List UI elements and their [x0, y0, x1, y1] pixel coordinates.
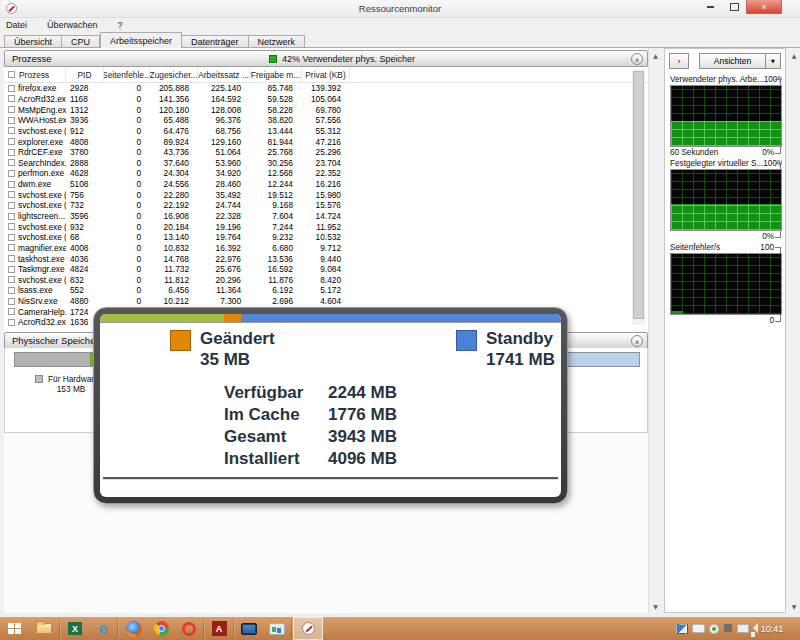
process-row[interactable]: magnifier.exe4008010.83216.3926.6809.712 [4, 243, 648, 254]
tab-arbeitsspeicher[interactable]: Arbeitsspeicher [100, 32, 182, 48]
process-checkbox[interactable] [8, 255, 15, 262]
processes-section-header[interactable]: Prozesse 42% Verwendeter phys. Speicher … [4, 50, 648, 67]
column-header-prozess[interactable]: Prozess [4, 67, 66, 82]
process-row[interactable]: svchost.exe (...68013.14019.7649.23210.5… [4, 232, 648, 243]
process-row[interactable]: svchost.exe (...832011.81220.29611.8768.… [4, 275, 648, 286]
process-row[interactable]: AcroRd32.exe11680141.356164.59259.528105… [4, 94, 648, 105]
column-header-arbeitssatz[interactable]: Arbeitssatz ... [198, 67, 250, 82]
internet-explorer-button[interactable]: e [89, 617, 117, 640]
process-row[interactable]: SearchIndex...2888037.64053.96030.25623.… [4, 157, 648, 168]
taskbar-clock[interactable]: 10:41 [752, 617, 792, 640]
process-table-scrollbar[interactable] [632, 69, 645, 325]
column-header-privat[interactable]: Privat (KB) [302, 67, 350, 82]
opera-button[interactable] [175, 617, 203, 640]
process-checkbox[interactable] [8, 106, 15, 113]
process-row[interactable]: NisSrv.exe4880010.2127.3002.6964.604 [4, 296, 648, 307]
processes-collapse-button[interactable]: ∧ [631, 53, 643, 65]
process-checkbox[interactable] [8, 181, 15, 188]
process-checkbox[interactable] [8, 170, 15, 177]
process-checkbox[interactable] [8, 149, 15, 156]
chrome-button[interactable] [147, 617, 175, 640]
menu-item-help[interactable]: ? [118, 20, 123, 30]
process-row[interactable]: perfmon.exe4628024.30434.92012.56822.352 [4, 168, 648, 179]
views-dropdown-button[interactable]: Ansichten ▼ [699, 53, 781, 69]
collapse-panel-button[interactable]: › [669, 53, 689, 69]
process-row[interactable]: MsMpEng.exe13120120.180128.00858.22869.7… [4, 104, 648, 115]
column-header-seitenfehler[interactable]: Seitenfehle... [104, 67, 150, 82]
process-checkbox[interactable] [8, 85, 15, 92]
process-checkbox[interactable] [8, 117, 15, 124]
process-checkbox[interactable] [8, 276, 15, 283]
scroll-down-icon[interactable]: ▼ [649, 600, 662, 612]
process-row[interactable]: firefox.exe29280205.888225.14085.748139.… [4, 83, 648, 94]
process-checkbox[interactable] [8, 202, 15, 209]
menu-item-datei[interactable]: Datei [6, 20, 27, 30]
minimize-button[interactable] [698, 0, 722, 14]
process-row[interactable]: svchost.exe (...756022.28035.49219.51215… [4, 189, 648, 200]
column-header-zugesichert[interactable]: Zugesicher... [150, 67, 198, 82]
file-explorer-button[interactable] [30, 617, 58, 640]
process-value: 0 [104, 211, 150, 221]
app-button-monitor[interactable] [235, 617, 263, 640]
excel-button[interactable]: X [61, 617, 89, 640]
process-checkbox[interactable] [8, 95, 15, 102]
tab-uebersicht[interactable]: Übersicht [4, 35, 62, 48]
title-bar[interactable]: Ressourcenmonitor [0, 0, 800, 18]
process-checkbox[interactable] [8, 213, 15, 220]
process-checkbox[interactable] [8, 319, 15, 326]
start-button[interactable] [0, 617, 28, 640]
process-row[interactable]: svchost.exe (...932020.18419.1967.24411.… [4, 221, 648, 232]
process-row[interactable]: RdrCEF.exe3780043.73651.06425.76825.296 [4, 147, 648, 158]
column-header-pid[interactable]: PID [66, 67, 104, 82]
tray-app-square-icon[interactable] [724, 624, 732, 632]
process-row[interactable]: dwm.exe5108024.55628.46012.24416.216 [4, 179, 648, 190]
firefox-button[interactable] [119, 617, 147, 640]
maximize-button[interactable] [722, 0, 746, 14]
chevron-down-icon[interactable]: ▼ [766, 53, 781, 69]
tray-network-icon[interactable] [737, 624, 749, 633]
process-row[interactable]: explorer.exe4808089.924129.16081.94447.2… [4, 136, 648, 147]
process-row[interactable]: lightscreen...3596016.90822.3287.60414.7… [4, 211, 648, 222]
window-scrollbar[interactable]: ▲ ▼ [788, 48, 800, 613]
process-checkbox[interactable] [8, 244, 15, 251]
views-button-label[interactable]: Ansichten [699, 53, 766, 69]
adobe-reader-button[interactable]: A [205, 617, 233, 640]
process-checkbox[interactable] [8, 266, 15, 273]
resource-monitor-taskbar-button[interactable] [293, 617, 323, 640]
process-checkbox[interactable] [8, 223, 15, 230]
process-checkbox[interactable] [8, 298, 15, 305]
process-row[interactable]: taskhost.exe4036014.76822.97613.5369.440 [4, 253, 648, 264]
close-button[interactable]: × [746, 0, 782, 14]
magnifier-lens[interactable]: Geändert 35 MB Standby 1741 MB Verfügbar… [93, 307, 568, 504]
process-checkbox[interactable] [8, 287, 15, 294]
column-header-freigabe[interactable]: Freigabe m... [250, 67, 302, 82]
process-row[interactable]: WWAHost.exe3936065.48896.37638.82057.556 [4, 115, 648, 126]
process-row[interactable]: lsass.exe55206.45611.3646.1925.172 [4, 285, 648, 296]
process-row[interactable]: svchost.exe (...732022.19224.7449.16815.… [4, 200, 648, 211]
tray-battery-icon[interactable] [692, 624, 705, 633]
tab-datentraeger[interactable]: Datenträger [182, 35, 249, 48]
tray-action-center-icon[interactable] [676, 624, 688, 634]
process-checkbox[interactable] [8, 138, 15, 145]
process-pid: 3596 [66, 211, 104, 221]
physical-memory-collapse-button[interactable]: ∧ [631, 335, 643, 347]
process-checkbox[interactable] [8, 191, 15, 198]
scroll-up-icon[interactable]: ▲ [649, 49, 662, 61]
process-row[interactable]: svchost.exe (...912064.47668.75613.44455… [4, 126, 648, 137]
process-checkbox[interactable] [8, 308, 15, 315]
scroll-up-icon[interactable]: ▲ [788, 49, 800, 61]
content-scrollbar[interactable]: ▲ ▼ [648, 48, 662, 613]
process-checkbox[interactable] [8, 234, 15, 241]
tab-cpu[interactable]: CPU [62, 35, 100, 48]
process-checkbox[interactable] [8, 159, 15, 166]
taskbar[interactable]: X e A 10:41 [0, 617, 800, 640]
scroll-down-icon[interactable]: ▼ [788, 600, 800, 612]
tray-status-icon[interactable] [709, 624, 719, 634]
process-row[interactable]: Taskmgr.exe4824011.73225.67616.5929.084 [4, 264, 648, 275]
tab-netzwerk[interactable]: Netzwerk [249, 35, 306, 48]
process-table-scrollbar-thumb[interactable] [633, 71, 644, 319]
app-button-system-tool[interactable] [263, 617, 291, 640]
menu-item-ueberwachen[interactable]: Überwachen [47, 20, 98, 30]
select-all-checkbox[interactable] [8, 71, 15, 78]
process-checkbox[interactable] [8, 127, 15, 134]
